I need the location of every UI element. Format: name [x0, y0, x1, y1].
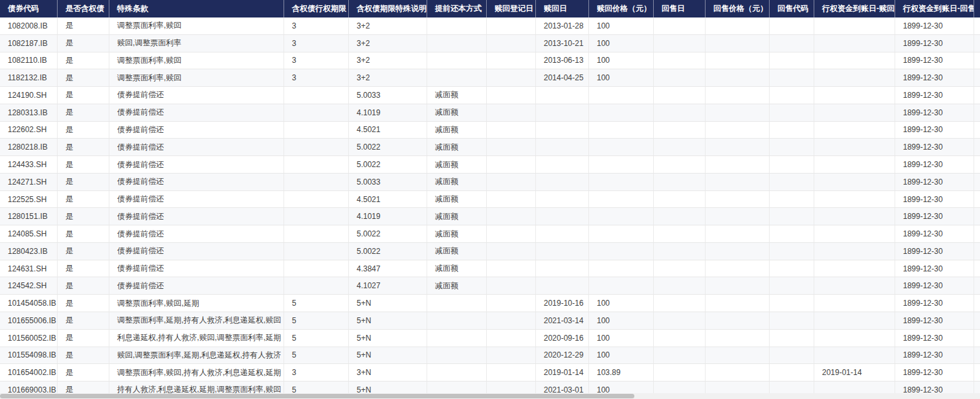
table-row[interactable]: 101454058.IB是调整票面利率,赎回,延期55+N2019-10-161…: [0, 295, 980, 312]
column-header-redeem_date[interactable]: 赎回日: [536, 0, 589, 17]
column-header-put_code[interactable]: 回售代码: [770, 0, 814, 17]
cell-put_code: [770, 156, 814, 173]
cell-put_code: [770, 17, 814, 34]
column-header-is_option_bond[interactable]: 是否含权债: [58, 0, 109, 17]
cell-put_code: [770, 87, 814, 104]
cell-put_code: [770, 364, 814, 381]
cell-redeem_reg_date: [487, 208, 536, 225]
cell-special_terms: 调整票面利率,赎回: [109, 17, 284, 34]
column-header-early_repay_method[interactable]: 提前还本方式: [427, 0, 487, 17]
table-row[interactable]: 1082110.IB是调整票面利率,赎回33+22013-06-13100189…: [0, 52, 980, 70]
cell-early_repay_method: [427, 17, 487, 34]
cell-put_date: [654, 87, 706, 104]
cell-put_date: [654, 191, 706, 208]
cell-fund_arrival_put: 1899-12-30: [895, 35, 974, 52]
cell-put_date: [654, 208, 706, 225]
cell-put_date: [654, 225, 706, 242]
cell-put_price: [706, 208, 770, 225]
table-row[interactable]: 124433.SH是债券提前偿还5.0022减面额1899-12-30: [0, 156, 980, 174]
cell-put_price: [706, 35, 770, 52]
table-row[interactable]: 1280151.IB是债券提前偿还4.1019减面额1899-12-30: [0, 208, 980, 225]
cell-put_date: [654, 347, 706, 364]
cell-redeem_reg_date: [487, 35, 536, 52]
cell-redeem_date: 2014-04-25: [536, 69, 589, 86]
cell-period_special_note: 3+2: [349, 69, 427, 86]
table-row[interactable]: 1280423.IB是债券提前偿还5.0022减面额1899-12-30: [0, 243, 980, 260]
cell-partial: [974, 139, 980, 155]
table-row[interactable]: 1182132.IB是调整票面利率,赎回33+22014-04-25100189…: [0, 69, 980, 87]
cell-redeem_reg_date: [487, 312, 536, 329]
table-row[interactable]: 124190.SH是债券提前偿还5.0033减面额1899-12-30: [0, 87, 980, 104]
table-row[interactable]: 122525.SH是债券提前偿还4.5021减面额1899-12-30: [0, 191, 980, 209]
cell-put_code: [770, 208, 814, 225]
cell-bond_code: 124631.SH: [0, 260, 58, 277]
column-header-redeem_reg_date[interactable]: 赎回登记日: [487, 0, 536, 17]
table-row[interactable]: 1082187.IB是赎回,调整票面利率33+22013-10-21100189…: [0, 35, 980, 52]
horizontal-scrollbar[interactable]: [0, 393, 980, 399]
cell-fund_arrival_redeem: [814, 122, 895, 139]
cell-put_code: [770, 35, 814, 52]
cell-partial: [974, 347, 980, 364]
cell-redeem_date: 2021-03-14: [536, 312, 589, 329]
table-row[interactable]: 124542.SH是债券提前偿还4.1027减面额1899-12-30: [0, 277, 980, 295]
cell-fund_arrival_redeem: [814, 156, 895, 173]
table-row[interactable]: 124085.SH是债券提前偿还5.0022减面额1899-12-30: [0, 225, 980, 243]
table-row[interactable]: 101654002.IB是调整票面利率,赎回,持有人救济,利息递延权,延期33+…: [0, 364, 980, 382]
cell-fund_arrival_redeem: [814, 260, 895, 277]
cell-redeem_date: [536, 277, 589, 294]
cell-exercise_period: 5: [284, 330, 349, 347]
cell-redeem_price: [589, 225, 654, 242]
table-row[interactable]: 124271.SH是债券提前偿还5.0033减面额1899-12-30: [0, 174, 980, 191]
cell-period_special_note: 5.0022: [349, 225, 427, 242]
cell-is_option_bond: 是: [58, 156, 109, 173]
cell-fund_arrival_redeem: [814, 69, 895, 86]
cell-exercise_period: 3: [284, 52, 349, 69]
table-row[interactable]: 101554098.IB是赎回,调整票面利率,延期,利息递延权,持有人救济55+…: [0, 347, 980, 365]
cell-put_code: [770, 330, 814, 347]
column-header-special_terms[interactable]: 特殊条款: [109, 0, 284, 17]
cell-partial: [974, 69, 980, 86]
column-header-bond_code[interactable]: 债券代码: [0, 0, 58, 17]
cell-redeem_price: [589, 139, 654, 155]
column-header-put_date[interactable]: 回售日: [654, 0, 706, 17]
cell-bond_code: 124542.SH: [0, 277, 58, 294]
cell-redeem_reg_date: [487, 17, 536, 34]
cell-put_price: [706, 312, 770, 329]
column-header-period_special_note[interactable]: 含权债期限特殊说明: [349, 0, 427, 17]
cell-redeem_price: [589, 104, 654, 121]
cell-redeem_date: [536, 156, 589, 173]
cell-bond_code: 124433.SH: [0, 156, 58, 173]
cell-redeem_price: [589, 277, 654, 294]
cell-fund_arrival_put: 1899-12-30: [895, 104, 974, 121]
cell-early_repay_method: 减面额: [427, 191, 487, 208]
cell-partial: [974, 277, 980, 294]
column-header-fund_arrival_redeem[interactable]: 行权资金到账日-赎回: [814, 0, 895, 17]
cell-is_option_bond: 是: [58, 295, 109, 312]
cell-early_repay_method: 减面额: [427, 208, 487, 225]
cell-put_date: [654, 295, 706, 312]
cell-fund_arrival_put: 1899-12-30: [895, 277, 974, 294]
column-header-put_price[interactable]: 回售价格（元）: [706, 0, 770, 17]
table-row[interactable]: 122602.SH是债券提前偿还4.5021减面额1899-12-30: [0, 122, 980, 139]
table-row[interactable]: 124631.SH是债券提前偿还4.3847减面额1899-12-30: [0, 260, 980, 278]
cell-partial: [974, 35, 980, 52]
cell-is_option_bond: 是: [58, 277, 109, 294]
column-header-redeem_price[interactable]: 赎回价格（元）: [589, 0, 654, 17]
cell-put_date: [654, 52, 706, 69]
horizontal-scrollbar-thumb[interactable]: [0, 394, 634, 398]
cell-bond_code: 124190.SH: [0, 87, 58, 104]
column-header-partial: [974, 0, 980, 17]
table-row[interactable]: 1082008.IB是调整票面利率,赎回33+22013-01-28100189…: [0, 17, 980, 35]
cell-redeem_price: 100: [589, 69, 654, 86]
column-header-fund_arrival_put[interactable]: 行权资金到账日-回售: [895, 0, 974, 17]
cell-exercise_period: [284, 225, 349, 242]
cell-bond_code: 101454058.IB: [0, 295, 58, 312]
table-row[interactable]: 1280218.IB是债券提前偿还5.0022减面额1899-12-30: [0, 139, 980, 156]
cell-partial: [974, 243, 980, 260]
table-row[interactable]: 101655006.IB是调整票面利率,延期,持有人救济,利息递延权,赎回55+…: [0, 312, 980, 330]
column-header-exercise_period[interactable]: 含权债行权期限: [284, 0, 349, 17]
table-row[interactable]: 1280313.IB是债券提前偿还4.1019减面额1899-12-30: [0, 104, 980, 122]
bond-option-data-grid: 债券代码是否含权债特殊条款含权债行权期限含权债期限特殊说明提前还本方式赎回登记日…: [0, 0, 980, 399]
cell-redeem_date: [536, 87, 589, 104]
table-row[interactable]: 101560052.IB是利息递延权,持有人救济,赎回,调整票面利率,延期55+…: [0, 330, 980, 347]
